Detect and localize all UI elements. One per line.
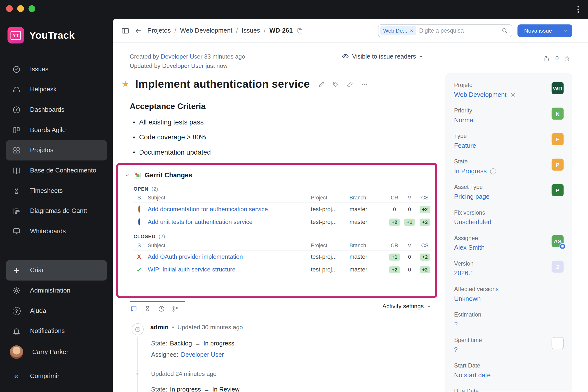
add-spent-time-button[interactable]: + xyxy=(552,337,564,349)
sidebar-item-boards-agile[interactable]: Boards Agile xyxy=(6,120,107,140)
sidebar-item-profile[interactable]: Carry Parker xyxy=(6,341,107,363)
back-button[interactable] xyxy=(134,27,142,34)
state-from: Backlog xyxy=(170,340,192,347)
change-link[interactable]: Add unit tests for authentication servic… xyxy=(145,218,308,226)
sidebar-item-helpdesk[interactable]: Helpdesk xyxy=(6,80,107,100)
assignee-user-link[interactable]: Developer User xyxy=(181,351,224,358)
asset-type-badge[interactable]: P xyxy=(552,184,564,196)
main-content: Projetos / Web Development / Issues / WD… xyxy=(113,19,588,392)
spent-time-tab-icon[interactable] xyxy=(144,305,151,312)
history-tab-icon[interactable] xyxy=(158,305,165,312)
minimize-window-button[interactable] xyxy=(17,5,24,12)
field-asset-type: Asset Type Pricing page P xyxy=(454,183,564,209)
search-input[interactable] xyxy=(419,27,498,34)
field-value-link[interactable]: Normal xyxy=(454,116,564,125)
sidebar-item-collapse[interactable]: « Comprimir xyxy=(6,366,107,386)
chip-close-icon[interactable]: × xyxy=(410,28,413,34)
col-s: S xyxy=(138,194,141,200)
state-label: State: xyxy=(151,340,167,347)
col-cs: CS xyxy=(421,242,428,248)
vcs-tab-icon[interactable] xyxy=(171,305,179,312)
tag-icon[interactable] xyxy=(332,81,339,88)
change-link[interactable]: WIP: Initial auth service structure xyxy=(145,266,308,273)
field-label: Version xyxy=(454,260,564,268)
sidebar-item-whiteboards[interactable]: Whiteboards xyxy=(6,221,107,242)
cr-badge: +2 xyxy=(389,218,400,226)
state-badge[interactable]: P xyxy=(552,158,564,170)
project-avatar-badge[interactable]: WD xyxy=(552,82,564,94)
user-avatar xyxy=(10,346,23,359)
status-merged-icon: ✓ xyxy=(137,266,142,273)
sidebar-toggle-icon[interactable] xyxy=(121,26,129,35)
activity-settings-dropdown[interactable]: Activity settings xyxy=(382,303,431,310)
new-issue-dropdown-button[interactable] xyxy=(559,24,572,37)
window-menu-icon[interactable] xyxy=(576,4,580,14)
gerrit-icon xyxy=(134,172,141,178)
comments-tab-icon[interactable] xyxy=(130,305,138,312)
collapse-chevron-icon[interactable] xyxy=(125,173,130,178)
cs-badge: +2 xyxy=(420,254,430,261)
priority-badge[interactable]: N xyxy=(552,108,564,120)
visibility-dropdown[interactable]: Visible to issue readers xyxy=(342,52,423,60)
edit-pencil-icon[interactable] xyxy=(318,81,325,88)
search-box[interactable]: Web De... × xyxy=(378,24,512,37)
status-open-circle-icon xyxy=(138,218,140,226)
field-version: Version 2026.1 2 xyxy=(454,260,564,286)
criteria-item: Documentation updated xyxy=(131,145,211,160)
field-value-link[interactable]: Unknown xyxy=(454,294,564,304)
star-vote-icon[interactable]: ☆ xyxy=(564,54,570,62)
info-icon[interactable]: i xyxy=(490,168,496,174)
link-icon[interactable] xyxy=(347,81,354,88)
field-label: State xyxy=(454,158,564,166)
event-user-link[interactable]: admin xyxy=(150,324,168,331)
sidebar-item-label: Timesheets xyxy=(30,187,63,195)
field-value-link[interactable]: In Progress i xyxy=(454,167,564,176)
sidebar-item-label: Boards Agile xyxy=(30,126,66,134)
field-value-link[interactable]: ? xyxy=(454,320,564,329)
field-value-link[interactable]: ? xyxy=(454,346,564,354)
breadcrumb-web-development[interactable]: Web Development xyxy=(180,27,232,34)
close-window-button[interactable] xyxy=(6,5,13,12)
new-issue-button[interactable]: Nova issue xyxy=(518,24,559,37)
field-value-link[interactable]: 2026.1 xyxy=(454,269,564,278)
sidebar-item-notifications[interactable]: Notifications xyxy=(6,321,107,341)
field-value-link[interactable]: No start date xyxy=(454,371,564,380)
field-value-link[interactable]: Web Development xyxy=(454,90,564,100)
sidebar-item-timesheets[interactable]: Timesheets xyxy=(6,181,107,201)
field-value-link[interactable]: Unscheduled xyxy=(454,218,564,227)
sidebar-item-administration[interactable]: Administration xyxy=(6,280,107,301)
more-actions-icon[interactable] xyxy=(361,80,368,88)
cell-project: test-proj... xyxy=(308,206,347,213)
create-button[interactable]: + Criar xyxy=(6,260,107,280)
sidebar-item-base-de-conhecimento[interactable]: Base de Conhecimento xyxy=(6,160,107,181)
updated-user-link[interactable]: Developer User xyxy=(162,63,204,69)
breadcrumb-issues[interactable]: Issues xyxy=(242,27,260,34)
issue-title-row: ★ Implement authentication service xyxy=(122,78,368,90)
field-due-date: Due Date xyxy=(454,387,564,392)
zoom-window-button[interactable] xyxy=(28,5,35,12)
field-value-link[interactable]: Pricing page xyxy=(454,192,564,202)
search-icon[interactable] xyxy=(501,27,508,34)
sidebar-item-label: Issues xyxy=(30,66,48,73)
thumbs-up-icon[interactable] xyxy=(543,55,550,62)
project-settings-gear-icon[interactable] xyxy=(510,92,516,98)
field-value-link[interactable]: Alex Smith xyxy=(454,243,564,252)
search-filter-chip[interactable]: Web De... × xyxy=(380,26,416,35)
change-link[interactable]: Add OAuth provider implementation xyxy=(145,254,308,260)
col-subject: Subject xyxy=(145,242,308,248)
group-label: OPEN xyxy=(134,186,148,192)
created-user-link[interactable]: Developer User xyxy=(161,53,202,60)
field-value-link[interactable]: Feature xyxy=(454,141,564,150)
version-badge[interactable]: 2 xyxy=(552,261,564,273)
sidebar-item-diagramas-de-gantt[interactable]: Diagramas de Gantt xyxy=(6,201,107,221)
sidebar-item-ajuda[interactable]: ? Ajuda xyxy=(6,301,107,321)
sidebar-item-issues[interactable]: Issues xyxy=(6,59,107,80)
sidebar-item-dashboards[interactable]: Dashboards xyxy=(6,100,107,120)
type-badge[interactable]: F xyxy=(552,133,564,145)
favorite-star-icon[interactable]: ★ xyxy=(122,79,129,89)
sidebar-item-projetos[interactable]: Projetos xyxy=(6,140,107,160)
copy-id-icon[interactable] xyxy=(296,27,303,34)
assignee-mini-badge-icon xyxy=(560,243,566,249)
breadcrumb-projetos[interactable]: Projetos xyxy=(148,27,171,34)
change-link[interactable]: Add documentation for authentication ser… xyxy=(145,206,308,213)
